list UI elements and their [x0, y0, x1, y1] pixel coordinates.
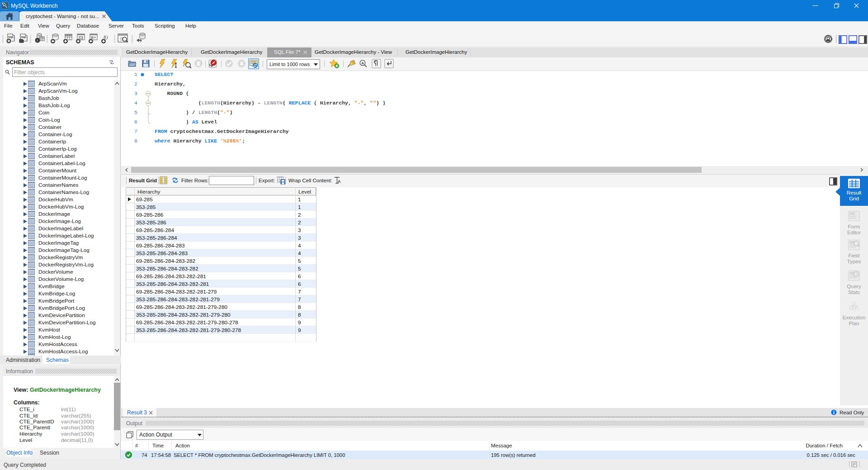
- svg-text:A: A: [338, 179, 341, 184]
- svg-text:SQL: SQL: [21, 36, 27, 38]
- svg-text:A: A: [361, 61, 364, 65]
- svg-text:SQL: SQL: [9, 36, 14, 38]
- svg-text:i: i: [37, 38, 38, 43]
